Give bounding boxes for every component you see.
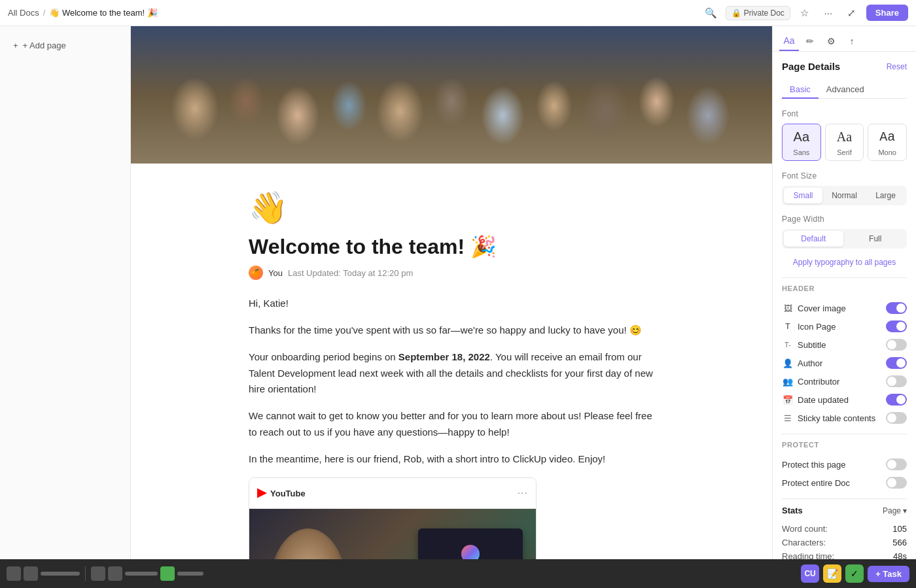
doc-para-1: Hi, Katie! [249,296,654,312]
protect-page-label: Protect this page [782,460,846,470]
font-option-mono[interactable]: Aa Mono [868,124,907,161]
youtube-header: ▶ YouTube ··· [249,478,536,509]
date-updated-label: Date updated [798,395,849,405]
doc-para-2: Thanks for the time you've spent with us… [249,322,654,339]
clickup-logo-small [461,545,480,559]
more-options-icon[interactable]: ··· [819,4,837,22]
sticky-toc-label: Sticky table contents [798,413,875,423]
contributor-icon: 👥 [782,377,794,387]
date-updated-icon: 📅 [782,395,794,405]
sub-tab-basic[interactable]: Basic [782,81,819,99]
taskbar-progress-3[interactable] [177,572,203,576]
contributor-toggle[interactable] [886,375,907,387]
sidebar-left: + + Add page [0,26,131,559]
page-details-title: Page Details [782,61,840,72]
star-icon[interactable]: ☆ [796,4,814,22]
tasks-app-icon[interactable]: ✓ [845,564,864,583]
date-updated-toggle[interactable] [886,394,907,406]
expand-icon[interactable]: ⤢ [843,4,861,22]
font-size-label: Font Size [782,171,907,181]
icon-page-icon: T [782,322,794,331]
taskbar-dot-4[interactable] [108,566,122,581]
clickup-app-icon[interactable]: CU [801,564,819,583]
font-option-sans[interactable]: Aa Sans [782,124,821,161]
toggle-date-updated: 📅 Date updated [782,390,907,409]
page-width-full[interactable]: Full [846,231,906,247]
tab-settings[interactable]: ⚙ [821,31,841,51]
contributor-label-row: 👥 Contributor [782,377,839,387]
cover-image-label: Cover image [798,303,846,313]
cover-image-label-row: 🖼 Cover image [782,303,846,313]
author-name: You [268,268,283,278]
taskbar: CU 📝 ✓ + Task [0,559,916,588]
date-updated-label-row: 📅 Date updated [782,395,849,405]
author-toggle[interactable] [886,357,907,369]
lock-icon: 🔒 [731,9,741,18]
doc-content: 👋 Welcome to the team! 🎉 🍊 You Last Upda… [131,26,772,559]
protect-section-label: PROTECT [782,441,907,449]
cover-image-toggle[interactable] [886,302,907,314]
icon-page-toggle[interactable] [886,320,907,332]
protect-page-label-row: Protect this page [782,460,846,470]
word-count-label: Word count: [782,524,828,534]
private-doc-label: Private Doc [744,9,784,18]
cover-image [131,26,772,164]
stats-page-label: Page [883,506,901,515]
doc-title: Welcome to the team! 🎉 [249,234,654,259]
breadcrumb-sep: / [43,8,46,18]
font-size-large[interactable]: Large [866,188,905,203]
add-task-button[interactable]: + Task [868,566,909,582]
cover-image-overlay [131,26,772,164]
private-doc-badge[interactable]: 🔒 Private Doc [726,6,790,20]
apply-typography-link[interactable]: Apply typography to all pages [782,258,907,267]
sticky-toc-toggle[interactable] [886,412,907,424]
search-icon[interactable]: 🔍 [702,4,720,22]
author-label: Author [798,358,822,368]
toggle-icon-page: T Icon Page [782,317,907,336]
page-details-header: Page Details Reset [782,61,907,72]
subtitle-toggle[interactable] [886,339,907,351]
reset-button[interactable]: Reset [887,62,907,71]
protect-page-toggle[interactable] [886,458,907,470]
youtube-embed: ▶ YouTube ··· ClickUp [249,477,537,559]
font-name-serif: Serif [837,148,852,156]
divider-2 [782,434,907,434]
reading-time-label: Reading time: [782,551,834,559]
add-page-item[interactable]: + + Add page [3,37,128,54]
notes-app-icon[interactable]: 📝 [823,564,841,583]
taskbar-progress-2[interactable] [125,572,158,576]
youtube-play-icon: ▶ [257,483,266,503]
page-width-label: Page Width [782,215,907,224]
toggle-subtitle: T- Subtitle [782,336,907,354]
tab-style[interactable]: ✏ [800,31,820,51]
taskbar-dot-2[interactable] [24,566,38,581]
add-page-icon: + [13,41,18,50]
font-name-mono: Mono [878,148,896,156]
font-size-normal[interactable]: Normal [825,188,864,203]
cover-image-icon: 🖼 [782,303,794,313]
youtube-more-icon[interactable]: ··· [518,485,528,502]
font-preview-mono: Aa [871,130,904,145]
youtube-screen: ClickUp [418,528,523,559]
taskbar-progress-1[interactable] [41,572,80,576]
breadcrumb-all-docs[interactable]: All Docs [8,8,39,18]
share-button[interactable]: Share [866,5,908,21]
stats-page-dropdown[interactable]: Page ▾ [883,506,907,515]
panel-body: Page Details Reset Basic Advanced Font A… [773,52,916,559]
font-option-serif[interactable]: Aa Serif [825,124,864,161]
taskbar-dot-green[interactable] [160,566,175,581]
taskbar-dot-1[interactable] [7,566,21,581]
youtube-thumbnail[interactable]: ClickUp Entertainer Explainer: Intro to … [249,509,536,559]
toggle-sticky-toc: ☰ Sticky table contents [782,409,907,427]
doc-body: Hi, Katie! Thanks for the time you've sp… [249,296,654,559]
sub-tab-advanced[interactable]: Advanced [819,81,872,99]
doc-para-5: In the meantime, here is our friend, Rob… [249,451,654,468]
page-width-default[interactable]: Default [784,231,843,247]
characters-value: 566 [892,538,907,547]
tab-share[interactable]: ↑ [842,31,862,51]
font-size-small[interactable]: Small [784,188,822,203]
stats-title: Stats [782,506,803,515]
taskbar-dot-3[interactable] [91,566,105,581]
protect-doc-toggle[interactable] [886,477,907,489]
tab-font[interactable]: Aa [779,31,799,51]
